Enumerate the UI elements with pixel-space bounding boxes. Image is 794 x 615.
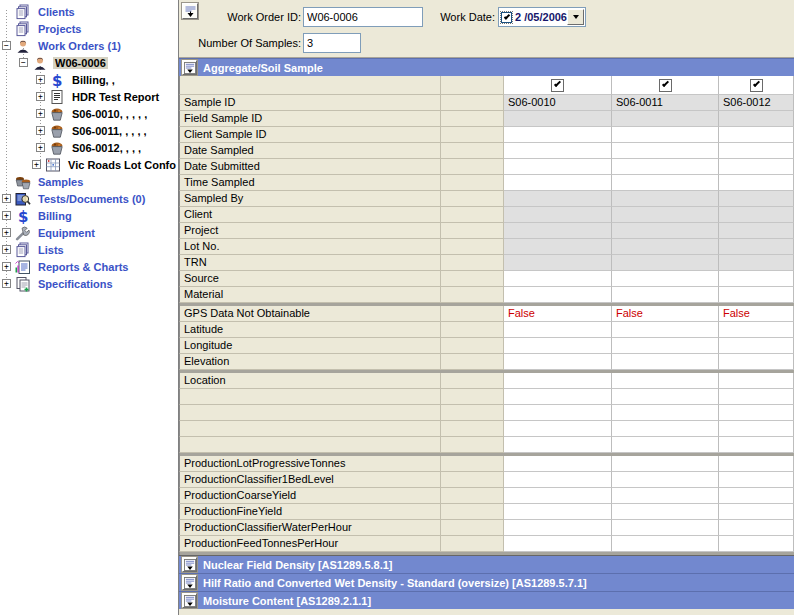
grid-cell[interactable] [719, 191, 794, 207]
grid-cell[interactable] [612, 111, 719, 127]
tree-item-s06-0012[interactable]: +S06-0012, , , , [0, 139, 178, 156]
grid-cell[interactable] [612, 472, 719, 488]
grid-cell[interactable] [504, 287, 612, 303]
grid-cell[interactable] [719, 111, 794, 127]
grid-cell[interactable] [612, 405, 719, 421]
tree-item-hdr-test-report[interactable]: +HDR Test Report [0, 88, 178, 105]
grid-cell[interactable] [719, 472, 794, 488]
grid-cell[interactable] [719, 338, 794, 354]
grid-cell[interactable] [612, 322, 719, 338]
grid-cell[interactable] [504, 239, 612, 255]
grid-cell[interactable] [719, 287, 794, 303]
sample-column-checkbox-2[interactable] [750, 79, 763, 92]
grid-cell[interactable] [719, 354, 794, 370]
expand-expander-icon[interactable]: + [2, 211, 11, 220]
grid-cell[interactable] [504, 338, 612, 354]
grid-cell[interactable] [504, 437, 612, 453]
expand-expander-icon[interactable]: + [36, 143, 45, 152]
grid-cell[interactable] [504, 389, 612, 405]
section-header-aggregate-soil-sample[interactable]: Aggregate/Soil Sample [179, 58, 794, 76]
tree-item-clients[interactable]: Clients [0, 3, 178, 20]
grid-cell[interactable] [504, 271, 612, 287]
grid-cell[interactable] [612, 143, 719, 159]
grid-cell[interactable] [719, 255, 794, 271]
tree-item-specifications[interactable]: +Specifications [0, 275, 178, 292]
grid-cell[interactable] [504, 354, 612, 370]
grid-cell[interactable] [612, 223, 719, 239]
grid-cell[interactable] [504, 405, 612, 421]
grid-cell[interactable] [612, 437, 719, 453]
grid-cell[interactable] [612, 191, 719, 207]
grid-cell[interactable] [719, 207, 794, 223]
grid-cell[interactable] [612, 255, 719, 271]
tree-item-lists[interactable]: +Lists [0, 241, 178, 258]
grid-cell[interactable]: False [612, 306, 719, 322]
grid-cell[interactable] [719, 421, 794, 437]
work-date-dropdown-button[interactable] [567, 9, 584, 25]
tree-item-w06-0006[interactable]: −W06-0006 [0, 54, 178, 71]
grid-cell[interactable] [504, 488, 612, 504]
grid-cell[interactable] [612, 373, 719, 389]
expand-expander-icon[interactable]: + [2, 194, 11, 203]
sample-column-checkbox-1[interactable] [659, 79, 672, 92]
grid-cell[interactable] [719, 143, 794, 159]
work-date-checkbox[interactable] [501, 12, 512, 23]
expand-expander-icon[interactable]: + [2, 245, 11, 254]
expand-expander-icon[interactable]: + [36, 109, 45, 118]
section-header-hilf-ratio[interactable]: Hilf Ratio and Converted Wet Density - S… [179, 573, 794, 591]
tree-item-reports-charts[interactable]: +Reports & Charts [0, 258, 178, 275]
section-header-moisture-content[interactable]: Moisture Content [AS1289.2.1.1] [179, 591, 794, 609]
grid-cell[interactable] [612, 456, 719, 472]
grid-cell[interactable] [719, 239, 794, 255]
grid-cell[interactable] [719, 488, 794, 504]
grid-cell[interactable]: False [504, 306, 612, 322]
collapse-expander-icon[interactable]: − [19, 58, 28, 67]
grid-cell[interactable] [504, 472, 612, 488]
grid-cell[interactable] [719, 322, 794, 338]
grid-cell[interactable] [504, 191, 612, 207]
grid-cell[interactable] [612, 520, 719, 536]
grid-cell[interactable] [504, 143, 612, 159]
grid-cell[interactable] [719, 456, 794, 472]
grid-cell[interactable] [504, 207, 612, 223]
grid-cell[interactable] [504, 223, 612, 239]
grid-cell[interactable] [719, 127, 794, 143]
expand-expander-icon[interactable]: + [32, 160, 41, 169]
collapse-expander-icon[interactable]: − [2, 41, 11, 50]
work-date-picker[interactable]: 2 /05/2006 [498, 7, 586, 27]
grid-cell[interactable] [504, 421, 612, 437]
grid-cell[interactable] [719, 389, 794, 405]
grid-cell[interactable] [504, 159, 612, 175]
collapse-section-icon[interactable] [182, 593, 197, 608]
grid-cell[interactable] [504, 536, 612, 552]
number-of-samples-input[interactable] [303, 33, 361, 53]
collapse-section-icon[interactable] [182, 575, 197, 590]
grid-cell[interactable] [504, 504, 612, 520]
grid-cell[interactable] [719, 504, 794, 520]
tree-item-tests-documents-0[interactable]: +Tests/Documents (0) [0, 190, 178, 207]
tree-item-equipment[interactable]: +Equipment [0, 224, 178, 241]
tree-item-s06-0010[interactable]: +S06-0010, , , , , [0, 105, 178, 122]
grid-cell[interactable]: S06-0010 [504, 95, 612, 111]
grid-cell[interactable] [719, 223, 794, 239]
grid-cell[interactable] [504, 322, 612, 338]
collapse-section-icon[interactable] [182, 60, 197, 75]
expand-expander-icon[interactable]: + [2, 279, 11, 288]
expand-expander-icon[interactable]: + [2, 262, 11, 271]
grid-cell[interactable] [719, 520, 794, 536]
grid-cell[interactable] [612, 127, 719, 143]
grid-cell[interactable] [504, 373, 612, 389]
grid-cell[interactable] [612, 389, 719, 405]
collapse-section-icon[interactable] [182, 557, 197, 572]
grid-cell[interactable] [719, 373, 794, 389]
grid-cell[interactable] [612, 354, 719, 370]
grid-cell[interactable] [612, 421, 719, 437]
grid-cell[interactable] [612, 488, 719, 504]
grid-cell[interactable] [504, 127, 612, 143]
grid-cell[interactable] [504, 111, 612, 127]
grid-cell[interactable] [612, 338, 719, 354]
grid-cell[interactable] [719, 536, 794, 552]
grid-cell[interactable] [612, 287, 719, 303]
grid-cell[interactable] [612, 271, 719, 287]
tree-item-billing[interactable]: +$Billing, , [0, 71, 178, 88]
